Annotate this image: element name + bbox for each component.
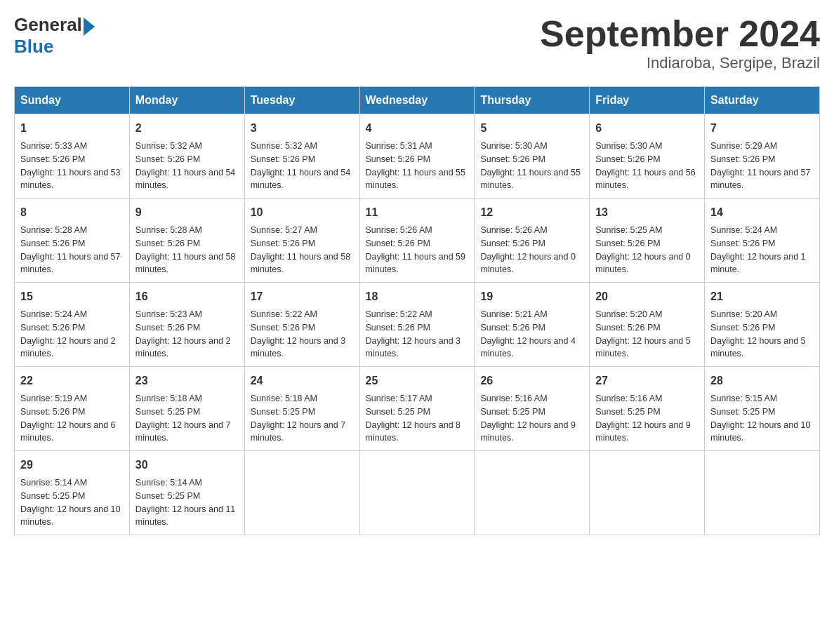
calendar-cell: 5Sunrise: 5:30 AMSunset: 5:26 PMDaylight… <box>475 114 590 199</box>
calendar-cell: 28Sunrise: 5:15 AMSunset: 5:25 PMDayligh… <box>705 367 820 451</box>
calendar-cell <box>705 451 820 535</box>
day-number: 18 <box>366 288 469 305</box>
calendar-cell: 23Sunrise: 5:18 AMSunset: 5:25 PMDayligh… <box>129 367 244 451</box>
calendar-table: SundayMondayTuesdayWednesdayThursdayFrid… <box>14 86 820 535</box>
column-header-thursday: Thursday <box>475 87 590 114</box>
calendar-cell: 24Sunrise: 5:18 AMSunset: 5:25 PMDayligh… <box>244 367 359 451</box>
calendar-cell: 30Sunrise: 5:14 AMSunset: 5:25 PMDayligh… <box>129 451 244 535</box>
day-number: 13 <box>595 204 699 221</box>
day-info: Sunrise: 5:30 AMSunset: 5:26 PMDaylight:… <box>595 140 699 192</box>
column-header-saturday: Saturday <box>705 87 820 114</box>
calendar-cell: 6Sunrise: 5:30 AMSunset: 5:26 PMDaylight… <box>590 114 705 199</box>
logo: General Blue <box>14 14 95 58</box>
day-number: 1 <box>20 120 124 137</box>
day-info: Sunrise: 5:20 AMSunset: 5:26 PMDaylight:… <box>595 308 699 361</box>
day-info: Sunrise: 5:32 AMSunset: 5:26 PMDaylight:… <box>251 140 354 192</box>
day-number: 11 <box>366 204 469 221</box>
day-number: 27 <box>595 373 699 389</box>
calendar-cell: 4Sunrise: 5:31 AMSunset: 5:26 PMDaylight… <box>359 114 475 199</box>
day-number: 9 <box>135 204 239 221</box>
day-number: 24 <box>251 373 354 389</box>
day-number: 29 <box>20 457 124 474</box>
calendar-cell: 18Sunrise: 5:22 AMSunset: 5:26 PMDayligh… <box>359 283 475 367</box>
day-number: 2 <box>135 120 239 137</box>
calendar-cell: 22Sunrise: 5:19 AMSunset: 5:26 PMDayligh… <box>15 367 130 451</box>
calendar-cell <box>244 451 359 535</box>
location-text: Indiaroba, Sergipe, Brazil <box>540 54 820 72</box>
calendar-cell: 27Sunrise: 5:16 AMSunset: 5:25 PMDayligh… <box>590 367 705 451</box>
calendar-cell: 12Sunrise: 5:26 AMSunset: 5:26 PMDayligh… <box>475 199 590 283</box>
day-info: Sunrise: 5:21 AMSunset: 5:26 PMDaylight:… <box>480 308 583 361</box>
calendar-cell: 1Sunrise: 5:33 AMSunset: 5:26 PMDaylight… <box>15 114 130 199</box>
calendar-week-row: 29Sunrise: 5:14 AMSunset: 5:25 PMDayligh… <box>15 451 820 535</box>
day-number: 10 <box>251 204 354 221</box>
calendar-cell: 7Sunrise: 5:29 AMSunset: 5:26 PMDaylight… <box>705 114 820 199</box>
calendar-week-row: 22Sunrise: 5:19 AMSunset: 5:26 PMDayligh… <box>15 367 820 451</box>
logo-chevron-icon <box>84 18 95 36</box>
day-info: Sunrise: 5:32 AMSunset: 5:26 PMDaylight:… <box>135 140 239 192</box>
calendar-cell: 10Sunrise: 5:27 AMSunset: 5:26 PMDayligh… <box>244 199 359 283</box>
calendar-cell: 21Sunrise: 5:20 AMSunset: 5:26 PMDayligh… <box>705 283 820 367</box>
day-number: 21 <box>710 288 814 305</box>
day-info: Sunrise: 5:26 AMSunset: 5:26 PMDaylight:… <box>366 224 469 276</box>
calendar-cell: 14Sunrise: 5:24 AMSunset: 5:26 PMDayligh… <box>705 199 820 283</box>
title-section: September 2024 Indiaroba, Sergipe, Brazi… <box>540 14 820 72</box>
day-info: Sunrise: 5:22 AMSunset: 5:26 PMDaylight:… <box>251 308 354 361</box>
day-info: Sunrise: 5:22 AMSunset: 5:26 PMDaylight:… <box>366 308 469 361</box>
column-header-tuesday: Tuesday <box>244 87 359 114</box>
day-number: 7 <box>710 120 814 137</box>
day-number: 20 <box>595 288 699 305</box>
calendar-cell: 15Sunrise: 5:24 AMSunset: 5:26 PMDayligh… <box>15 283 130 367</box>
day-number: 25 <box>366 373 469 389</box>
day-info: Sunrise: 5:16 AMSunset: 5:25 PMDaylight:… <box>595 392 699 445</box>
calendar-cell: 13Sunrise: 5:25 AMSunset: 5:26 PMDayligh… <box>590 199 705 283</box>
day-info: Sunrise: 5:15 AMSunset: 5:25 PMDaylight:… <box>710 392 814 445</box>
calendar-week-row: 8Sunrise: 5:28 AMSunset: 5:26 PMDaylight… <box>15 199 820 283</box>
day-info: Sunrise: 5:14 AMSunset: 5:25 PMDaylight:… <box>135 476 239 529</box>
day-info: Sunrise: 5:18 AMSunset: 5:25 PMDaylight:… <box>251 392 354 445</box>
day-info: Sunrise: 5:30 AMSunset: 5:26 PMDaylight:… <box>480 140 583 192</box>
calendar-cell: 29Sunrise: 5:14 AMSunset: 5:25 PMDayligh… <box>15 451 130 535</box>
day-number: 15 <box>20 288 124 305</box>
calendar-week-row: 15Sunrise: 5:24 AMSunset: 5:26 PMDayligh… <box>15 283 820 367</box>
day-number: 16 <box>135 288 239 305</box>
day-number: 30 <box>135 457 239 474</box>
page-header: General Blue September 2024 Indiaroba, S… <box>14 14 820 72</box>
day-number: 12 <box>480 204 583 221</box>
day-info: Sunrise: 5:24 AMSunset: 5:26 PMDaylight:… <box>710 224 814 276</box>
calendar-cell: 9Sunrise: 5:28 AMSunset: 5:26 PMDaylight… <box>129 199 244 283</box>
day-info: Sunrise: 5:28 AMSunset: 5:26 PMDaylight:… <box>20 224 124 276</box>
day-number: 26 <box>480 373 583 389</box>
day-info: Sunrise: 5:27 AMSunset: 5:26 PMDaylight:… <box>251 224 354 276</box>
day-number: 14 <box>710 204 814 221</box>
day-number: 3 <box>251 120 354 137</box>
day-number: 19 <box>480 288 583 305</box>
calendar-cell: 2Sunrise: 5:32 AMSunset: 5:26 PMDaylight… <box>129 114 244 199</box>
day-info: Sunrise: 5:31 AMSunset: 5:26 PMDaylight:… <box>366 140 469 192</box>
calendar-week-row: 1Sunrise: 5:33 AMSunset: 5:26 PMDaylight… <box>15 114 820 199</box>
day-info: Sunrise: 5:28 AMSunset: 5:26 PMDaylight:… <box>135 224 239 276</box>
calendar-cell <box>475 451 590 535</box>
day-info: Sunrise: 5:24 AMSunset: 5:26 PMDaylight:… <box>20 308 124 361</box>
day-info: Sunrise: 5:23 AMSunset: 5:26 PMDaylight:… <box>135 308 239 361</box>
day-number: 6 <box>595 120 699 137</box>
day-number: 23 <box>135 373 239 389</box>
day-number: 28 <box>710 373 814 389</box>
calendar-cell: 26Sunrise: 5:16 AMSunset: 5:25 PMDayligh… <box>475 367 590 451</box>
day-info: Sunrise: 5:29 AMSunset: 5:26 PMDaylight:… <box>710 140 814 192</box>
calendar-cell: 8Sunrise: 5:28 AMSunset: 5:26 PMDaylight… <box>15 199 130 283</box>
day-info: Sunrise: 5:20 AMSunset: 5:26 PMDaylight:… <box>710 308 814 361</box>
logo-general-text: General <box>14 14 82 36</box>
day-number: 22 <box>20 373 124 389</box>
day-info: Sunrise: 5:18 AMSunset: 5:25 PMDaylight:… <box>135 392 239 445</box>
day-number: 5 <box>480 120 583 137</box>
calendar-cell: 17Sunrise: 5:22 AMSunset: 5:26 PMDayligh… <box>244 283 359 367</box>
calendar-cell <box>359 451 475 535</box>
calendar-cell: 3Sunrise: 5:32 AMSunset: 5:26 PMDaylight… <box>244 114 359 199</box>
calendar-cell: 25Sunrise: 5:17 AMSunset: 5:25 PMDayligh… <box>359 367 475 451</box>
day-number: 4 <box>366 120 469 137</box>
day-info: Sunrise: 5:25 AMSunset: 5:26 PMDaylight:… <box>595 224 699 276</box>
calendar-header-row: SundayMondayTuesdayWednesdayThursdayFrid… <box>15 87 820 114</box>
column-header-sunday: Sunday <box>15 87 130 114</box>
day-info: Sunrise: 5:17 AMSunset: 5:25 PMDaylight:… <box>366 392 469 445</box>
